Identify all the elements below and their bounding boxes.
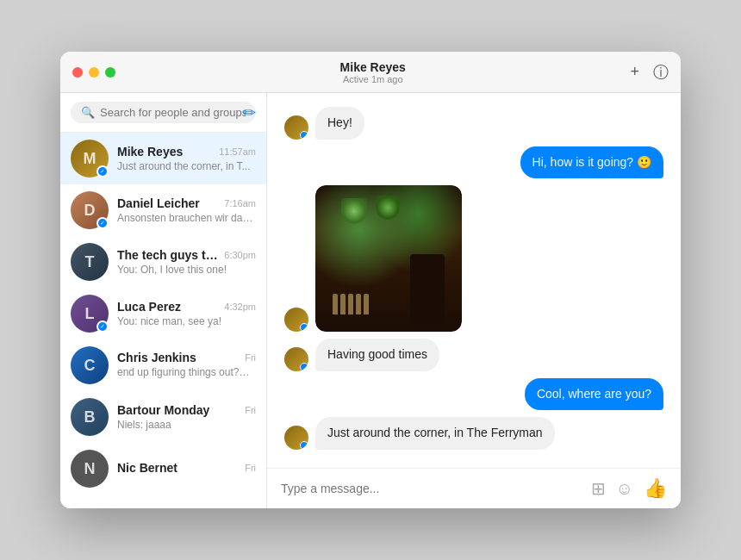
active-status: Active 1m ago — [343, 74, 403, 84]
message-input[interactable] — [281, 482, 582, 495]
conversation-info: Mike Reyes11:57amJust around the corner,… — [117, 145, 256, 172]
avatar-initials: C — [71, 346, 109, 384]
maximize-button[interactable] — [105, 67, 115, 78]
new-conversation-button[interactable]: ✏ — [243, 103, 256, 122]
avatar-wrap: N — [71, 450, 109, 488]
conversation-info: Bartour MondayFriNiels: jaaaa — [117, 403, 256, 431]
bar-bottles — [333, 294, 369, 314]
message-row-msg5: Cool, where are you? — [284, 378, 663, 411]
conversation-item-chris-jenkins[interactable]: CChris JenkinsFriend up figuring things … — [60, 339, 266, 391]
avatar-initials: T — [71, 243, 109, 281]
name-time-row: Chris JenkinsFri — [117, 351, 256, 364]
sidebar: 🔍 ✏ M✓Mike Reyes11:57amJust around the c… — [60, 93, 267, 508]
avatar: T — [71, 243, 109, 281]
name-time-row: Luca Perez4:32pm — [117, 300, 256, 314]
lamp-2 — [376, 196, 400, 220]
unread-badge: ✓ — [97, 217, 109, 229]
avatar-wrap: M✓ — [71, 140, 109, 177]
avatar: C — [71, 346, 109, 384]
thumbs-up-icon[interactable]: 👍 — [644, 477, 667, 500]
bottle-1 — [333, 294, 338, 314]
conversation-item-luca-perez[interactable]: L✓Luca Perez4:32pmYou: nice man, see ya! — [60, 288, 266, 339]
lamp-1 — [341, 198, 367, 224]
conversation-item-bartour-monday[interactable]: BBartour MondayFriNiels: jaaaa — [60, 391, 266, 443]
chat-area: Hey!Hi, how is it going? 🙂 Having good t… — [267, 93, 681, 508]
conversation-time: 6:30pm — [224, 250, 256, 260]
conversation-name: Luca Perez — [117, 300, 181, 314]
message-avatar — [284, 308, 308, 332]
message-bubble: Hey! — [315, 107, 364, 140]
message-row-msg2: Hi, how is it going? 🙂 — [284, 146, 663, 179]
conversation-name: Bartour Monday — [117, 403, 209, 417]
conversation-preview: Ansonsten brauchen wir dann ... — [117, 212, 256, 224]
conversation-time: Fri — [245, 352, 256, 363]
name-time-row: Nic BernetFri — [117, 461, 256, 475]
conversation-name: Chris Jenkins — [117, 351, 196, 364]
close-button[interactable] — [72, 67, 83, 78]
search-input[interactable] — [100, 106, 246, 119]
sidebar-header: 🔍 ✏ — [60, 93, 266, 133]
emoji-picker-icon[interactable]: ☺ — [616, 479, 633, 499]
avatar: N — [71, 450, 109, 488]
message-row-msg1: Hey! — [284, 107, 663, 140]
conversation-preview: Niels: jaaaa — [117, 419, 256, 431]
minimize-button[interactable] — [89, 67, 99, 78]
message-row-msg6: Just around the corner, in The Ferryman — [284, 417, 663, 450]
title-bar-center: Mike Reyes Active 1m ago — [115, 60, 630, 84]
bar-photo — [315, 185, 462, 332]
bottle-2 — [340, 294, 346, 314]
image-upload-icon[interactable]: ⊞ — [591, 478, 606, 499]
conversation-name: Mike Reyes — [117, 145, 183, 159]
conversation-preview: You: Oh, I love this one! — [117, 264, 256, 276]
bottle-4 — [356, 294, 361, 314]
online-badge — [300, 363, 308, 371]
search-icon: 🔍 — [81, 106, 95, 119]
avatar-wrap: D✓ — [71, 191, 109, 229]
name-time-row: Mike Reyes11:57am — [117, 145, 256, 159]
conversation-time: Fri — [245, 463, 256, 473]
avatar-initials: B — [71, 398, 109, 436]
name-time-row: The tech guys talk6:30pm — [117, 248, 256, 262]
conversation-info: The tech guys talk6:30pmYou: Oh, I love … — [117, 248, 256, 276]
chat-input-area: ⊞ ☺ 👍 — [267, 468, 681, 508]
bar-photo-inner — [315, 185, 462, 332]
avatar-initials: N — [71, 450, 109, 488]
conversation-info: Daniel Leicher7:16amAnsonsten brauchen w… — [117, 196, 256, 224]
unread-badge: ✓ — [97, 165, 109, 177]
conversation-time: 4:32pm — [224, 302, 256, 312]
conversation-name: Nic Bernet — [117, 461, 177, 475]
add-conversation-icon[interactable]: + — [630, 63, 639, 81]
main-content: 🔍 ✏ M✓Mike Reyes11:57amJust around the c… — [60, 93, 681, 508]
avatar-wrap: C — [71, 346, 109, 384]
avatar-wrap: T — [71, 243, 109, 281]
conversation-time: 11:57am — [219, 146, 256, 157]
conversation-item-mike-reyes[interactable]: M✓Mike Reyes11:57amJust around the corne… — [60, 133, 266, 184]
conversation-item-nic-bernet[interactable]: NNic BernetFri — [60, 443, 266, 495]
contact-name: Mike Reyes — [340, 60, 406, 74]
conversation-preview: You: nice man, see ya! — [117, 315, 256, 327]
message-row-msg3 — [284, 185, 663, 332]
conversation-preview: end up figuring things out? — [117, 366, 256, 380]
message-bubble: Hi, how is it going? 🙂 — [520, 146, 663, 179]
conversation-preview: Just around the corner, in T... — [117, 160, 256, 172]
name-time-row: Daniel Leicher7:16am — [117, 196, 256, 210]
conversation-item-daniel-leicher[interactable]: D✓Daniel Leicher7:16amAnsonsten brauchen… — [60, 184, 266, 236]
message-row-msg4: Having good times — [284, 339, 663, 371]
messenger-window: Mike Reyes Active 1m ago + ⓘ 🔍 ✏ M✓Mike … — [60, 52, 681, 508]
conversation-item-tech-guys[interactable]: TThe tech guys talk6:30pmYou: Oh, I love… — [60, 236, 266, 288]
message-bubble: Having good times — [315, 339, 439, 371]
chat-action-buttons: ⊞ ☺ 👍 — [591, 477, 667, 500]
preview-thumbnail — [242, 366, 256, 380]
title-bar-actions: + ⓘ — [630, 62, 669, 83]
message-avatar — [284, 426, 308, 450]
search-box[interactable]: 🔍 — [71, 102, 256, 123]
messages-container: Hey!Hi, how is it going? 🙂 Having good t… — [267, 93, 681, 468]
conversation-info: Nic BernetFri — [117, 461, 256, 476]
conversation-list: M✓Mike Reyes11:57amJust around the corne… — [60, 133, 266, 508]
info-icon[interactable]: ⓘ — [653, 62, 669, 83]
message-bubble: Just around the corner, in The Ferryman — [315, 417, 555, 450]
bottle-5 — [364, 294, 369, 314]
message-avatar — [284, 347, 308, 371]
avatar-wrap: B — [71, 398, 109, 436]
bottle-3 — [348, 294, 353, 314]
